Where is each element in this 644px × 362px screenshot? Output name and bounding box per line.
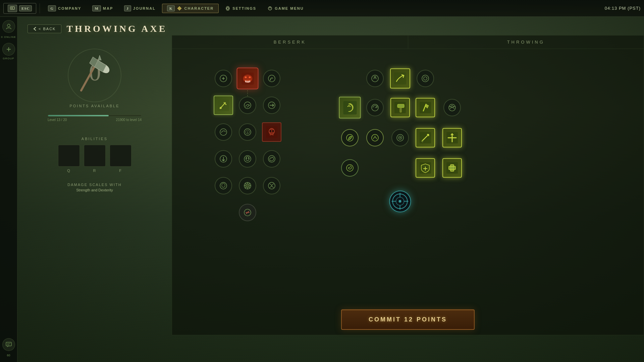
skill-node-throw-r2-fffright[interactable] xyxy=(443,99,461,116)
esc-key-badge xyxy=(8,5,17,12)
skill-node-berserk-r3-left[interactable] xyxy=(215,123,232,141)
power-icon xyxy=(267,6,273,11)
skill-node-throw-r4-farright[interactable] xyxy=(442,158,462,178)
points-label: POINTS AVAILABLE xyxy=(69,104,119,108)
skill-node-berserk-r2-right[interactable] xyxy=(263,97,280,114)
skill-node-throw-r1-left[interactable] xyxy=(366,70,384,87)
company-key: G xyxy=(48,5,56,11)
ability-box-r[interactable] xyxy=(84,145,106,167)
damage-scales-title: DAMAGE SCALES WITH xyxy=(24,183,165,187)
svg-point-41 xyxy=(245,76,247,78)
esc-button[interactable]: ESC xyxy=(3,3,36,14)
nav-settings[interactable]: SETTINGS xyxy=(220,4,261,12)
coin-icon: $ xyxy=(243,127,252,137)
skill-node-throw-r2-farright[interactable] xyxy=(416,98,435,117)
skull2-icon xyxy=(243,154,252,164)
sidebar-profile-btn[interactable] xyxy=(2,20,15,33)
nav-divider-1 xyxy=(40,3,40,13)
svg-rect-57 xyxy=(272,134,274,135)
skill-node-berserk-r1-left[interactable] xyxy=(215,70,232,87)
ability-box-f[interactable] xyxy=(110,145,131,167)
skill-node-throw-r4-mid[interactable] xyxy=(416,158,435,178)
nav-company[interactable]: G COMPANY xyxy=(43,4,86,13)
skill-tree-header: BERSERK THROWING xyxy=(172,36,644,49)
skill-node-berserk-r2-center[interactable] xyxy=(239,97,256,114)
skill-node-throw-r1-right[interactable] xyxy=(417,70,434,87)
weapon-display: 0 POINTS AVAILABLE xyxy=(24,42,165,128)
skill-node-berserk-r3-center[interactable]: $ xyxy=(239,123,256,141)
catch-icon xyxy=(370,133,380,142)
moon-swirl-icon xyxy=(343,101,357,115)
skill-node-throw-r2-right[interactable] xyxy=(390,98,410,117)
ability-slot-f: F xyxy=(110,145,131,173)
chat-count: 60 xyxy=(7,354,10,357)
sidebar-bottom: 60 xyxy=(2,338,15,362)
skull3-icon xyxy=(219,181,228,190)
skill-node-berserk-r5-center[interactable] xyxy=(239,177,256,194)
svg-marker-3 xyxy=(177,6,181,10)
person-throw-icon xyxy=(370,74,380,83)
berserk-label: BERSERK xyxy=(274,40,306,45)
svg-point-54 xyxy=(270,130,271,132)
left-panel: 0 POINTS AVAILABLE xyxy=(17,35,172,335)
game-menu-label: GAME MENU xyxy=(275,6,304,10)
skill-node-throw-r2-left[interactable] xyxy=(339,97,361,119)
map-key: M xyxy=(92,5,101,11)
throwing-label: THROWING xyxy=(507,40,545,45)
skill-node-throw-main[interactable] xyxy=(390,68,410,88)
skill-node-berserk-r2-left[interactable] xyxy=(214,96,233,115)
target-small-icon xyxy=(395,133,405,142)
skill-node-throw-r2-center[interactable] xyxy=(366,99,384,116)
skill-node-berserk-r5-right[interactable] xyxy=(263,177,280,194)
svg-rect-74 xyxy=(343,101,357,114)
commit-button[interactable]: COMMIT 12 POINTS xyxy=(341,309,475,330)
skill-node-berserk-r4-center[interactable] xyxy=(239,150,256,168)
skill-node-throw-r3-left[interactable] xyxy=(341,129,359,146)
skill-node-berserk-r1-right[interactable] xyxy=(263,70,280,87)
ability-key-r: R xyxy=(93,169,96,173)
clock: 04:13 PM (PST) xyxy=(605,6,641,11)
skill-node-berserk-r4-left[interactable] xyxy=(215,150,232,168)
skill-node-throw-r3-midright[interactable] xyxy=(416,128,435,147)
character-label: CHARACTER xyxy=(184,6,214,10)
damage-scales-section: DAMAGE SCALES WITH Strength and Dexterit… xyxy=(24,183,165,192)
skill-node-throw-r3-center[interactable] xyxy=(366,129,384,146)
nav-left: ESC G COMPANY M MAP J JOURNAL K CHARACTE… xyxy=(3,3,309,14)
abilities-section: ABILITIES Q R F xyxy=(24,137,165,173)
hands-icon xyxy=(267,154,276,164)
ability-slot-r: R xyxy=(84,145,106,173)
plus-cross-icon xyxy=(446,132,458,144)
xp-to-next: 21900 to level 14 xyxy=(116,118,142,122)
esc-text: ESC xyxy=(19,5,32,11)
character-key: K xyxy=(167,5,175,11)
chat-btn[interactable] xyxy=(2,338,15,351)
svg-point-48 xyxy=(220,129,227,135)
skill-node-berserk-r6-center[interactable] xyxy=(239,204,256,221)
settings-gear-icon xyxy=(225,6,230,11)
hammer-icon xyxy=(394,102,406,114)
back-button[interactable]: < BACK xyxy=(28,24,61,33)
nav-game-menu[interactable]: GAME MENU xyxy=(263,4,308,12)
skill-node-berserk-r3-right[interactable] xyxy=(262,122,281,142)
skill-node-throw-r4-left[interactable] xyxy=(341,159,359,177)
skill-node-throw-crosshair[interactable] xyxy=(389,191,411,213)
skill-node-berserk-r4-right[interactable] xyxy=(263,150,280,168)
burst-icon xyxy=(243,181,252,190)
journal-key: J xyxy=(124,5,131,11)
skull-icon xyxy=(266,126,278,138)
skill-tree-area: BERSERK THROWING xyxy=(172,35,644,335)
nav-journal[interactable]: J JOURNAL xyxy=(119,4,160,13)
nav-character[interactable]: K CHARACTER xyxy=(162,4,219,13)
skill-node-berserk-main[interactable] xyxy=(237,68,259,89)
skill-node-berserk-r5-left[interactable] xyxy=(215,177,232,194)
sidebar-add-group-btn[interactable] xyxy=(2,43,15,56)
online-status: 0 ONLINE xyxy=(1,36,16,39)
svg-rect-77 xyxy=(397,104,404,108)
skill-node-throw-r3-right[interactable] xyxy=(391,129,409,146)
nav-map[interactable]: M MAP xyxy=(88,4,118,13)
svg-text:$: $ xyxy=(247,131,248,134)
skill-node-throw-r3-farright[interactable] xyxy=(442,128,462,147)
ability-box-q[interactable] xyxy=(58,145,80,167)
svg-point-86 xyxy=(372,134,378,141)
headset-icon xyxy=(447,103,457,112)
